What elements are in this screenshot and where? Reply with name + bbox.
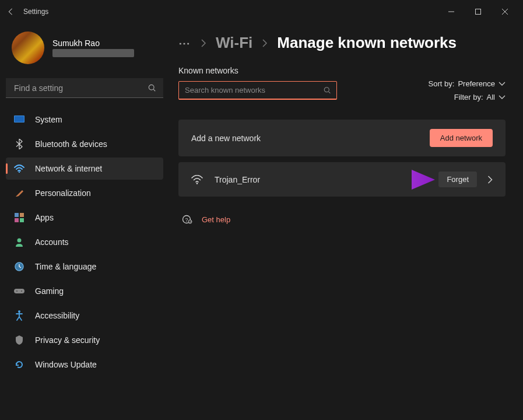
get-help-link[interactable]: ? Get help: [178, 214, 506, 225]
accounts-icon: [14, 237, 24, 247]
nav-label: Privacy & security: [35, 335, 100, 345]
chevron-down-icon: [499, 82, 506, 86]
nav-label: Personalization: [35, 188, 91, 198]
nav-label: Apps: [35, 213, 54, 222]
nav-item-time[interactable]: Time & language: [6, 256, 163, 278]
time-icon: [14, 261, 24, 272]
close-icon: [502, 9, 508, 15]
nav-label: Accounts: [35, 237, 69, 247]
bluetooth-icon: [14, 139, 24, 149]
breadcrumb-parent[interactable]: Wi-Fi: [216, 34, 252, 52]
avatar: [12, 32, 44, 64]
svg-text:?: ?: [185, 217, 188, 223]
sort-label: Sort by:: [429, 79, 455, 88]
sidebar: Sumukh Rao System Bluetooth & devices: [0, 23, 169, 420]
svg-rect-3: [15, 116, 24, 122]
close-button[interactable]: [492, 2, 518, 21]
breadcrumb-overflow[interactable]: ⋯: [178, 36, 191, 50]
nav-item-accessibility[interactable]: Accessibility: [6, 304, 163, 327]
filter-by-dropdown[interactable]: Filter by: All: [454, 93, 506, 102]
network-icon: [14, 163, 24, 174]
nav-item-system[interactable]: System: [6, 108, 163, 131]
filter-label: Filter by:: [454, 93, 483, 102]
svg-point-13: [21, 290, 22, 292]
svg-rect-5: [15, 213, 19, 217]
nav-list: System Bluetooth & devices Network & int…: [6, 108, 163, 376]
add-network-button[interactable]: Add network: [430, 129, 493, 147]
nav-item-network[interactable]: Network & internet: [6, 158, 163, 180]
nav-item-gaming[interactable]: Gaming: [6, 280, 163, 302]
content: ⋯ Wi-Fi Manage known networks Known netw…: [169, 23, 523, 420]
gaming-icon: [14, 286, 24, 296]
nav-item-accounts[interactable]: Accounts: [6, 231, 163, 253]
nav-item-update[interactable]: Windows Update: [6, 354, 163, 376]
forget-button[interactable]: Forget: [438, 172, 477, 187]
svg-rect-6: [20, 213, 24, 217]
svg-rect-11: [14, 289, 24, 293]
update-icon: [14, 359, 24, 370]
system-icon: [14, 114, 24, 125]
nav-label: Bluetooth & devices: [35, 139, 107, 149]
sort-by-dropdown[interactable]: Sort by: Preference: [429, 79, 506, 88]
privacy-icon: [14, 335, 24, 345]
filter-value: All: [487, 93, 495, 102]
svg-point-1: [149, 85, 154, 90]
nav-label: Accessibility: [35, 311, 79, 320]
nav-label: System: [35, 115, 62, 124]
titlebar: Settings: [0, 0, 523, 23]
breadcrumb-current: Manage known networks: [277, 34, 457, 52]
chevron-right-icon: [201, 39, 206, 47]
nav-label: Time & language: [35, 262, 96, 271]
profile-name: Sumukh Rao: [52, 38, 157, 48]
chevron-right-icon: [487, 176, 493, 184]
minimize-icon: [448, 9, 454, 15]
section-title: Known networks: [178, 66, 337, 75]
nav-label: Network & internet: [35, 164, 102, 173]
expand-network-button[interactable]: [487, 176, 493, 184]
nav-label: Gaming: [35, 286, 64, 296]
sidebar-search: [6, 78, 163, 98]
svg-point-16: [196, 183, 198, 184]
window-title: Settings: [23, 8, 48, 16]
search-icon: [324, 87, 331, 94]
nav-item-bluetooth[interactable]: Bluetooth & devices: [6, 133, 163, 155]
svg-point-15: [324, 88, 329, 92]
accessibility-icon: [14, 310, 24, 321]
help-icon: ?: [182, 214, 192, 225]
known-networks-search-input[interactable]: [178, 81, 337, 100]
svg-rect-8: [20, 218, 24, 222]
add-network-text: Add a new network: [191, 134, 261, 143]
network-ssid: Trojan_Error: [215, 175, 260, 184]
add-network-panel: Add a new network Add network: [178, 120, 506, 156]
svg-rect-7: [15, 218, 19, 222]
breadcrumb: ⋯ Wi-Fi Manage known networks: [178, 34, 506, 52]
chevron-down-icon: [499, 95, 506, 100]
svg-point-12: [16, 290, 17, 292]
back-button[interactable]: [5, 6, 16, 18]
sort-value: Preference: [458, 79, 495, 88]
nav-item-apps[interactable]: Apps: [6, 206, 163, 229]
maximize-icon: [475, 9, 481, 15]
chevron-right-icon: [262, 39, 268, 47]
network-row[interactable]: Trojan_Error Forget: [178, 162, 506, 197]
maximize-button[interactable]: [465, 2, 492, 21]
minimize-button[interactable]: [438, 2, 465, 21]
svg-rect-0: [476, 9, 481, 15]
svg-point-9: [17, 239, 22, 243]
profile-email-redacted: [52, 49, 134, 57]
arrow-left-icon: [6, 8, 15, 16]
nav-label: Windows Update: [35, 360, 97, 369]
nav-item-privacy[interactable]: Privacy & security: [6, 329, 163, 351]
svg-point-4: [19, 172, 20, 173]
profile-section[interactable]: Sumukh Rao: [6, 23, 163, 78]
sidebar-search-input[interactable]: [6, 78, 163, 98]
known-networks-search: [178, 81, 337, 100]
apps-icon: [14, 212, 24, 223]
annotation-arrow: [342, 165, 435, 194]
help-text: Get help: [202, 215, 230, 224]
nav-item-personalization[interactable]: Personalization: [6, 182, 163, 204]
personalization-icon: [14, 188, 24, 198]
search-icon: [148, 84, 156, 92]
wifi-icon: [191, 175, 203, 184]
